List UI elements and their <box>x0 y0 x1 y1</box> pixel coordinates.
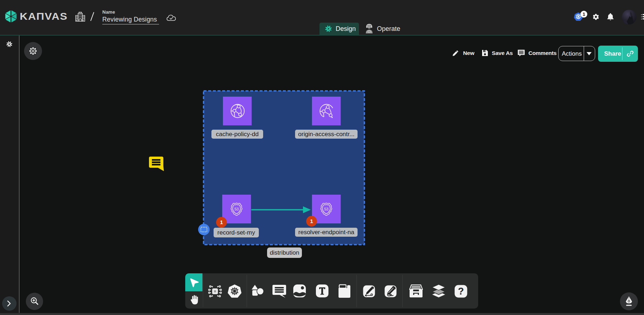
svg-text:?: ? <box>458 286 464 297</box>
svg-text:53: 53 <box>324 207 328 211</box>
svg-text:53: 53 <box>234 207 239 211</box>
